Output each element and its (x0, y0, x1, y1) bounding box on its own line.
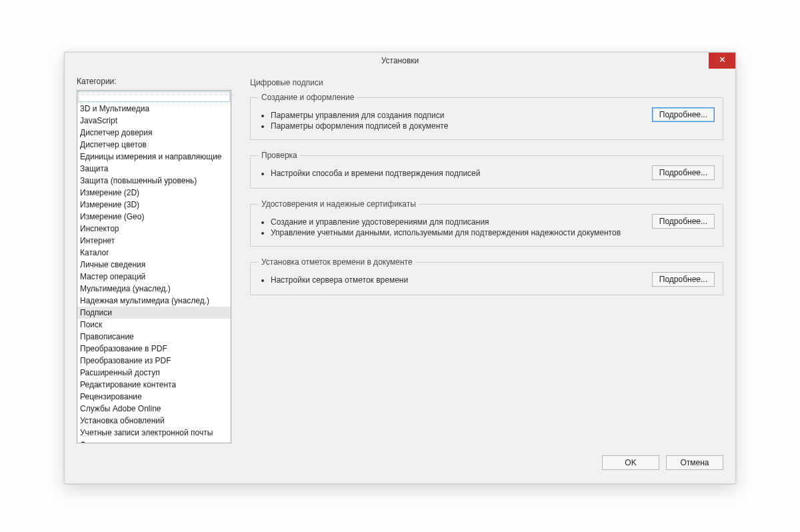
category-item[interactable]: Формы (77, 439, 231, 443)
more-button[interactable]: Подробнее... (652, 272, 715, 287)
categories-listbox[interactable]: 3D и МультимедиаJavaScriptДиспетчер дове… (77, 90, 231, 443)
group-bullet: Создание и управление удостоверениями дл… (271, 217, 621, 227)
category-item[interactable]: Надежная мультимедиа (унаслед.) (77, 295, 231, 307)
category-item[interactable]: Преобразование из PDF (77, 355, 231, 367)
more-button[interactable]: Подробнее... (652, 165, 715, 180)
category-item[interactable]: Измерение (2D) (77, 187, 231, 199)
category-item[interactable]: Правописание (77, 331, 231, 343)
category-item[interactable]: Расширенный доступ (77, 367, 231, 379)
close-button[interactable]: ✕ (709, 53, 735, 69)
group-bullet: Управление учетными данными, используемы… (271, 227, 621, 238)
category-item[interactable]: Единицы измерения и направляющие (77, 151, 231, 163)
group-legend: Установка отметок времени в документе (259, 257, 415, 267)
group-bullet-list: Настройки сервера отметок времени (259, 275, 408, 285)
category-item[interactable]: Личные сведения (77, 259, 231, 271)
category-item[interactable] (78, 91, 230, 102)
category-item[interactable]: Рецензирование (77, 391, 231, 403)
category-item[interactable]: Преобразование в PDF (77, 343, 231, 355)
category-item[interactable]: Подписи (77, 307, 231, 319)
settings-group: Установка отметок времени в документеНас… (250, 257, 723, 295)
settings-group: Создание и оформлениеПараметры управлени… (250, 93, 723, 140)
category-item[interactable]: Редактирование контента (77, 379, 231, 391)
category-item[interactable]: Учетные записи электронной почты (77, 427, 231, 439)
ok-button[interactable]: OK (602, 455, 659, 470)
category-item[interactable]: Мультимедиа (унаслед.) (77, 283, 231, 295)
titlebar: Установки ✕ (65, 53, 735, 69)
more-button[interactable]: Подробнее... (652, 214, 715, 229)
group-bullet-list: Создание и управление удостоверениями дл… (259, 217, 621, 238)
group-bullet: Настройки способа и времени подтверждени… (271, 168, 480, 179)
category-item[interactable]: JavaScript (77, 115, 231, 127)
settings-group: ПроверкаНастройки способа и времени подт… (250, 151, 723, 189)
category-item[interactable]: Поиск (77, 319, 231, 331)
cancel-button[interactable]: Отмена (666, 455, 723, 470)
category-item[interactable]: 3D и Мультимедиа (77, 103, 231, 115)
category-item[interactable]: Службы Adobe Online (77, 403, 231, 415)
category-item[interactable]: Мастер операций (77, 271, 231, 283)
category-item[interactable]: Диспетчер цветов (77, 139, 231, 151)
category-item[interactable]: Диспетчер доверия (77, 127, 231, 139)
category-item[interactable]: Интернет (77, 235, 231, 247)
category-item[interactable]: Защита (77, 163, 231, 175)
panel-heading: Цифровые подписи (250, 78, 723, 87)
category-item[interactable]: Измерение (Geo) (77, 211, 231, 223)
group-bullet-list: Настройки способа и времени подтверждени… (259, 168, 480, 179)
category-item[interactable]: Измерение (3D) (77, 199, 231, 211)
group-legend: Проверка (259, 151, 300, 160)
group-legend: Создание и оформление (259, 93, 357, 102)
category-item[interactable]: Защита (повышенный уровень) (77, 175, 231, 187)
category-item[interactable]: Установка обновлений (77, 415, 231, 427)
settings-group: Удостоверения и надежные сертификатыСозд… (250, 199, 723, 247)
group-legend: Удостоверения и надежные сертификаты (259, 199, 419, 209)
category-item[interactable]: Каталог (77, 247, 231, 259)
group-bullet-list: Параметры управления для создания подпис… (259, 110, 448, 131)
close-icon: ✕ (719, 55, 726, 65)
preferences-dialog: Установки ✕ Категории: 3D и МультимедиаJ… (64, 52, 736, 484)
window-title: Установки (381, 56, 419, 65)
group-bullet: Настройки сервера отметок времени (271, 275, 408, 285)
group-bullet: Параметры управления для создания подпис… (271, 110, 448, 121)
category-item[interactable]: Инспектор (77, 223, 231, 235)
more-button[interactable]: Подробнее... (652, 107, 715, 122)
categories-label: Категории: (77, 77, 231, 86)
group-bullet: Параметры оформления подписей в документ… (271, 121, 448, 131)
